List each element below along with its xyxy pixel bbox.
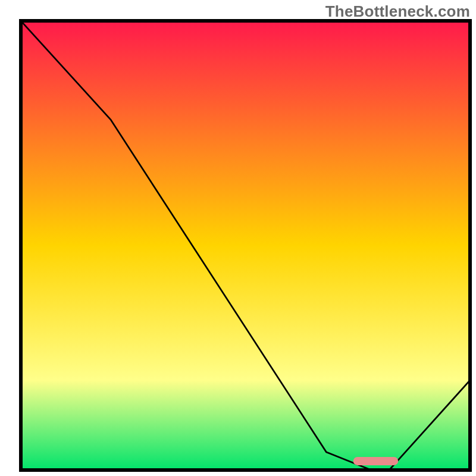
chart-svg [0, 0, 476, 476]
chart-container: TheBottleneck.com [0, 0, 476, 476]
plot-background [21, 21, 470, 470]
optimal-marker [353, 457, 399, 465]
